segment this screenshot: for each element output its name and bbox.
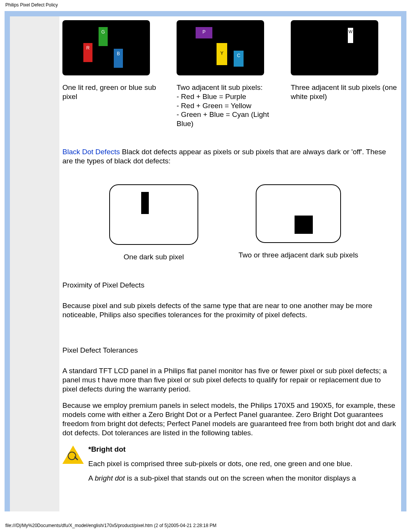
- subpixel-white: W: [348, 28, 353, 43]
- subpixel-blue: B: [114, 49, 123, 68]
- blackbox-rgb: G R B: [62, 20, 150, 75]
- bright-dot-text-block: *Bright dot Each pixel is comprised thre…: [88, 445, 356, 482]
- caption-pyc: Two adjacent lit sub pixels: - Red + Blu…: [177, 83, 283, 128]
- blackbox-pyc: P Y C: [177, 20, 264, 75]
- caption-pyc-l1: Two adjacent lit sub pixels:: [177, 83, 283, 92]
- tolerances-para2: Because we employ premium panels in sele…: [62, 401, 397, 437]
- bright-dot-line2: A bright dot is a sub-pixel that stands …: [88, 474, 356, 483]
- subpixel-green: G: [99, 27, 108, 46]
- figure-rgb: G R B: [62, 20, 169, 83]
- bright-defect-captions: One lit red, green or blue sub pixel Two…: [62, 83, 397, 128]
- figure-one-dark: One dark sub pixel: [93, 184, 215, 262]
- caption-pyc-l4: - Green + Blue = Cyan (Light Blue): [177, 110, 283, 128]
- figure-multi-dark: Two or three adjacent dark sub pixels: [230, 184, 367, 260]
- page-footer-path: file:///D|/My%20Documents/dfu/X_model/en…: [0, 511, 411, 532]
- page-header-title: Philips Pixel Defect Policy: [0, 0, 411, 10]
- main-content: G R B P Y C W: [59, 16, 401, 511]
- proximity-paragraph: Because pixel and sub pixels defects of …: [62, 301, 397, 320]
- bright-dot-line2c: is a sub-pixel that stands out on the sc…: [125, 474, 356, 482]
- dark-subpixel-single: [141, 192, 149, 214]
- left-sidebar: [10, 16, 59, 511]
- black-dot-paragraph: Black Dot Defects Black dot defects appe…: [62, 147, 397, 166]
- subpixel-yellow: Y: [217, 43, 227, 65]
- whitebox-multi-dark: [256, 184, 341, 243]
- caption-one-dark: One dark sub pixel: [93, 252, 215, 262]
- caption-white: Three adjacent lit sub pixels (one white…: [291, 83, 397, 101]
- page-frame: G R B P Y C W: [5, 11, 406, 511]
- bright-defect-figures: G R B P Y C W: [62, 20, 397, 83]
- caption-pyc-l3: - Red + Green = Yellow: [177, 101, 283, 110]
- subpixel-cyan: C: [234, 51, 244, 67]
- subpixel-purple: P: [196, 27, 212, 38]
- blackbox-white: W: [291, 20, 378, 75]
- caption-multi-dark: Two or three adjacent dark sub pixels: [230, 251, 367, 260]
- figure-white: W: [291, 20, 397, 83]
- bright-dot-line1: Each pixel is comprised three sub-pixels…: [88, 459, 356, 468]
- caption-white-text: Three adjacent lit sub pixels (one white…: [291, 83, 397, 101]
- dark-subpixel-block: [295, 216, 313, 234]
- proximity-title: Proximity of Pixel Defects: [62, 281, 397, 290]
- tolerances-para1: A standard TFT LCD panel in a Philips fl…: [62, 366, 397, 393]
- bright-dot-line2a: A: [88, 474, 95, 482]
- bright-dot-note: *Bright dot Each pixel is comprised thre…: [62, 445, 397, 482]
- black-dot-label: Black Dot Defects: [62, 148, 120, 156]
- warning-icon: [62, 445, 84, 466]
- subpixel-red: R: [83, 43, 92, 62]
- whitebox-one-dark: [109, 184, 198, 245]
- dark-defect-figures: One dark sub pixel Two or three adjacent…: [62, 184, 397, 262]
- bright-dot-heading: *Bright dot: [88, 445, 126, 453]
- page-body: G R B P Y C W: [10, 16, 401, 511]
- caption-rgb-text: One lit red, green or blue sub pixel: [62, 83, 169, 101]
- caption-rgb: One lit red, green or blue sub pixel: [62, 83, 169, 101]
- bright-dot-line2b: bright dot: [95, 474, 125, 482]
- figure-pyc: P Y C: [177, 20, 283, 83]
- caption-pyc-l2: - Red + Blue = Purple: [177, 92, 283, 101]
- tolerances-title: Pixel Defect Tolerances: [62, 346, 397, 355]
